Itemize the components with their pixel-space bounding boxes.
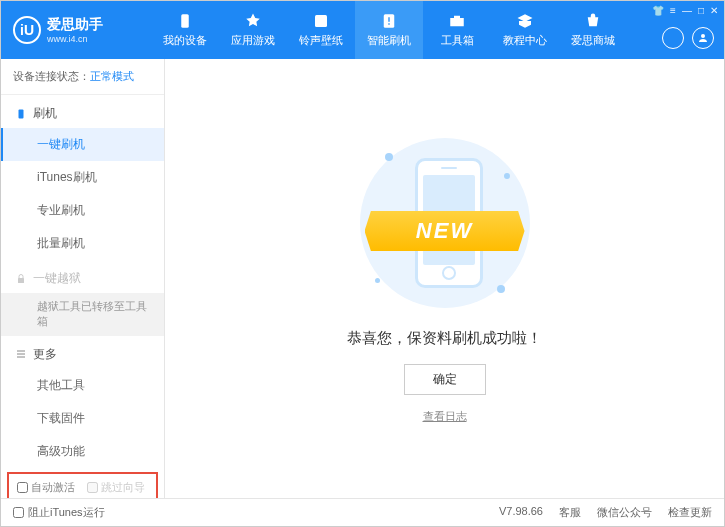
ok-button[interactable]: 确定 bbox=[404, 364, 486, 395]
checkbox-auto-activate[interactable]: 自动激活 bbox=[17, 480, 75, 495]
maximize-icon[interactable]: □ bbox=[698, 5, 704, 16]
logo-icon: iU bbox=[13, 16, 41, 44]
app-header: iU 爱思助手 www.i4.cn 我的设备 应用游戏 铃声壁纸 智能刷机 工具… bbox=[1, 1, 724, 59]
user-button[interactable] bbox=[692, 27, 714, 49]
checkbox-block-itunes[interactable]: 阻止iTunes运行 bbox=[13, 505, 105, 520]
svg-point-3 bbox=[701, 34, 705, 38]
device-status: 设备连接状态：正常模式 bbox=[1, 59, 164, 95]
sidebar-item-pro-flash[interactable]: 专业刷机 bbox=[1, 194, 164, 227]
nav-my-device[interactable]: 我的设备 bbox=[151, 1, 219, 59]
sidebar-item-one-click-flash[interactable]: 一键刷机 bbox=[1, 128, 164, 161]
options-highlight-box: 自动激活 跳过向导 bbox=[7, 472, 158, 498]
sidebar-group-flash[interactable]: 刷机 bbox=[1, 95, 164, 128]
view-log-link[interactable]: 查看日志 bbox=[423, 409, 467, 424]
app-url: www.i4.cn bbox=[47, 34, 103, 44]
sidebar-item-jailbreak-note[interactable]: 越狱工具已转移至工具箱 bbox=[1, 293, 164, 336]
sidebar-item-itunes-flash[interactable]: iTunes刷机 bbox=[1, 161, 164, 194]
sidebar-item-batch-flash[interactable]: 批量刷机 bbox=[1, 227, 164, 260]
checkbox-skip-guide[interactable]: 跳过向导 bbox=[87, 480, 145, 495]
download-button[interactable] bbox=[662, 27, 684, 49]
minimize-icon[interactable]: — bbox=[682, 5, 692, 16]
sidebar-group-more[interactable]: 更多 bbox=[1, 336, 164, 369]
nav-smart-flash[interactable]: 智能刷机 bbox=[355, 1, 423, 59]
version-label: V7.98.66 bbox=[499, 505, 543, 520]
new-ribbon: NEW bbox=[365, 211, 525, 251]
svg-rect-0 bbox=[181, 14, 189, 28]
nav-toolbox[interactable]: 工具箱 bbox=[423, 1, 491, 59]
list-icon bbox=[15, 348, 27, 360]
nav-tutorials[interactable]: 教程中心 bbox=[491, 1, 559, 59]
menu-icon[interactable]: ≡ bbox=[670, 5, 676, 16]
success-illustration: NEW bbox=[355, 133, 535, 313]
skin-icon[interactable]: 👕 bbox=[652, 5, 664, 16]
lock-icon bbox=[15, 273, 27, 285]
footer: 阻止iTunes运行 V7.98.66 客服 微信公众号 检查更新 bbox=[1, 498, 724, 526]
close-icon[interactable]: ✕ bbox=[710, 5, 718, 16]
phone-icon bbox=[15, 108, 27, 120]
svg-rect-1 bbox=[315, 15, 327, 27]
sidebar: 设备连接状态：正常模式 刷机 一键刷机 iTunes刷机 专业刷机 批量刷机 一… bbox=[1, 59, 165, 498]
sidebar-group-jailbreak: 一键越狱 bbox=[1, 260, 164, 293]
nav-ring-wallpaper[interactable]: 铃声壁纸 bbox=[287, 1, 355, 59]
sidebar-item-advanced[interactable]: 高级功能 bbox=[1, 435, 164, 468]
top-nav: 我的设备 应用游戏 铃声壁纸 智能刷机 工具箱 教程中心 爱思商城 bbox=[151, 1, 724, 59]
footer-link-update[interactable]: 检查更新 bbox=[668, 505, 712, 520]
success-message: 恭喜您，保资料刷机成功啦！ bbox=[347, 329, 542, 348]
main-content: NEW 恭喜您，保资料刷机成功啦！ 确定 查看日志 bbox=[165, 59, 724, 498]
window-controls: 👕 ≡ — □ ✕ bbox=[652, 5, 718, 16]
svg-rect-5 bbox=[18, 278, 24, 283]
nav-apps-games[interactable]: 应用游戏 bbox=[219, 1, 287, 59]
footer-link-support[interactable]: 客服 bbox=[559, 505, 581, 520]
footer-link-wechat[interactable]: 微信公众号 bbox=[597, 505, 652, 520]
sidebar-item-other-tools[interactable]: 其他工具 bbox=[1, 369, 164, 402]
nav-store[interactable]: 爱思商城 bbox=[559, 1, 627, 59]
sidebar-item-download-firmware[interactable]: 下载固件 bbox=[1, 402, 164, 435]
svg-rect-4 bbox=[19, 109, 24, 118]
app-title: 爱思助手 bbox=[47, 16, 103, 34]
logo-area: iU 爱思助手 www.i4.cn bbox=[1, 16, 151, 44]
